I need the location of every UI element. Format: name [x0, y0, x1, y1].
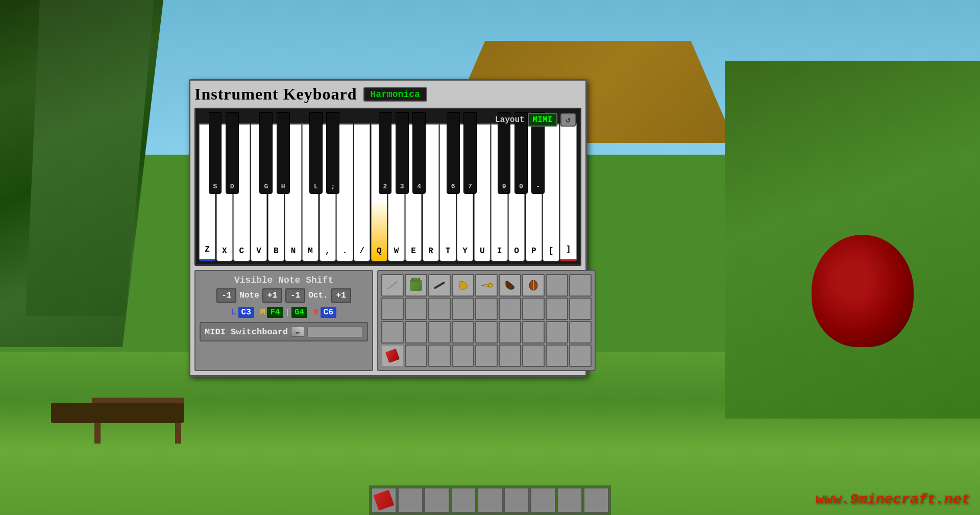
range-r-value: C6: [321, 307, 336, 318]
layout-refresh-button[interactable]: ↺: [560, 113, 576, 127]
piano-area: Layout MIMI ↺ Z X C V B N M , . / Q W E …: [194, 108, 581, 266]
inv-slot-empty-8[interactable]: [546, 274, 568, 297]
piano-key-g[interactable]: G: [259, 112, 273, 194]
inv-slot-h-5[interactable]: [475, 345, 498, 367]
instrument-badge[interactable]: Harmonica: [363, 87, 427, 102]
inv-slot-r2-2[interactable]: [405, 298, 427, 320]
piano-key-s[interactable]: S: [209, 112, 222, 194]
berry-creature: [812, 235, 914, 347]
inv-slot-r3-6[interactable]: [499, 321, 521, 344]
trees-left2: [26, 0, 168, 316]
inventory-row-2: [381, 298, 592, 320]
inv-slot-r3-1[interactable]: [381, 321, 404, 344]
watermark: www.9minecraft.net: [816, 492, 970, 507]
piano-key-4[interactable]: 4: [412, 112, 426, 194]
oct-minus-button[interactable]: -1: [285, 288, 305, 303]
right-inventory: [377, 270, 596, 371]
inv-slot-saxophone[interactable]: [452, 274, 474, 297]
oct-label: Oct.: [308, 291, 328, 300]
inv-slot-r2-4[interactable]: [452, 298, 474, 320]
hotbar-slot-1[interactable]: [371, 487, 397, 513]
inv-slot-hand[interactable]: [405, 274, 427, 297]
screen-hotbar: [369, 485, 611, 515]
hotbar-slot-8[interactable]: [557, 487, 582, 513]
hotbar-slot-6[interactable]: [504, 487, 529, 513]
piano-key-semicolon[interactable]: ;: [326, 112, 339, 194]
midi-label: MIDI Switchboard: [205, 327, 288, 337]
piano-key-bracket-open[interactable]: [: [543, 124, 559, 261]
inv-slot-r3-2[interactable]: [405, 321, 427, 344]
hotbar-slot-3[interactable]: [424, 487, 450, 513]
hotbar-slot-5[interactable]: [477, 487, 503, 513]
hotbar-slot-4[interactable]: [451, 487, 476, 513]
piano-key-slash[interactable]: /: [354, 124, 370, 261]
piano-key-2[interactable]: 2: [379, 112, 392, 194]
inv-slot-r2-5[interactable]: [475, 298, 498, 320]
note-plus-button[interactable]: +1: [262, 288, 282, 303]
left-controls: Visible Note Shift -1 Note +1 -1 Oct. +1…: [194, 270, 373, 371]
piano-keyboard: Z X C V B N M , . / Q W E R T Y U I O P …: [199, 112, 577, 261]
inv-slot-h-7[interactable]: [522, 345, 545, 367]
range-m-label: M: [260, 308, 265, 317]
inv-slot-bow[interactable]: [381, 274, 404, 297]
instrument-keyboard-window: Instrument Keyboard Harmonica Layout MIM…: [189, 79, 587, 377]
range-row: L C3 M F4 | G4 R C6: [200, 307, 368, 318]
inv-slot-h-3[interactable]: [428, 345, 451, 367]
inv-slot-r2-9[interactable]: [569, 298, 592, 320]
inv-slot-violin[interactable]: [522, 274, 545, 297]
inv-slot-wand[interactable]: [428, 274, 451, 297]
oct-plus-button[interactable]: +1: [331, 288, 351, 303]
inv-slot-empty-9[interactable]: [569, 274, 592, 297]
inventory-row-1: [381, 274, 592, 297]
range-m-separator: |: [285, 308, 289, 316]
inv-slot-r3-5[interactable]: [475, 321, 498, 344]
range-m-value1: F4: [267, 307, 283, 318]
inventory-hotbar: [381, 345, 592, 367]
midi-edit-button[interactable]: ✏: [291, 327, 304, 337]
note-minus-button[interactable]: -1: [216, 288, 236, 303]
inv-slot-r3-9[interactable]: [569, 321, 592, 344]
svg-rect-2: [434, 281, 446, 289]
range-r-label: R: [313, 308, 318, 317]
range-m-value2: G4: [291, 307, 307, 318]
note-shift-title: Visible Note Shift: [200, 275, 368, 285]
piano-key-h[interactable]: H: [277, 112, 290, 194]
inv-slot-r2-6[interactable]: [499, 298, 521, 320]
layout-label: Layout: [495, 115, 525, 125]
inv-slot-trumpet[interactable]: [475, 274, 498, 297]
inv-slot-h-6[interactable]: [499, 345, 521, 367]
piano-key-3[interactable]: 3: [396, 112, 409, 194]
svg-point-3: [488, 283, 493, 287]
bench-seat: [51, 403, 184, 423]
hotbar-slot-9[interactable]: [583, 487, 609, 513]
midi-slot: [307, 326, 363, 337]
inv-slot-r3-3[interactable]: [428, 321, 451, 344]
inv-slot-h-2[interactable]: [405, 345, 427, 367]
title-bar: Instrument Keyboard Harmonica: [194, 85, 581, 104]
piano-key-bracket-close[interactable]: ]: [560, 124, 577, 261]
inv-slot-r2-3[interactable]: [428, 298, 451, 320]
hotbar-slot-7[interactable]: [530, 487, 556, 513]
inv-slot-h-4[interactable]: [452, 345, 474, 367]
inv-slot-redstone[interactable]: [381, 345, 404, 367]
piano-key-l[interactable]: L: [309, 112, 323, 194]
inv-slot-r3-4[interactable]: [452, 321, 474, 344]
range-l-label: L: [231, 308, 236, 317]
layout-value[interactable]: MIMI: [528, 113, 557, 127]
inv-slot-r2-7[interactable]: [522, 298, 545, 320]
inv-slot-guitar[interactable]: [499, 274, 521, 297]
inv-slot-r3-8[interactable]: [546, 321, 568, 344]
inv-slot-r3-7[interactable]: [522, 321, 545, 344]
window-title: Instrument Keyboard: [194, 85, 357, 104]
inventory-row-3: [381, 321, 592, 344]
inv-slot-r2-1[interactable]: [381, 298, 404, 320]
piano-key-7[interactable]: 7: [463, 112, 477, 194]
inv-slot-h-9[interactable]: [569, 345, 592, 367]
inv-slot-r2-8[interactable]: [546, 298, 568, 320]
note-label: Note: [239, 291, 259, 300]
piano-key-6[interactable]: 6: [447, 112, 460, 194]
inv-slot-h-8[interactable]: [546, 345, 568, 367]
hotbar-slot-2[interactable]: [398, 487, 423, 513]
midi-row: MIDI Switchboard ✏: [200, 322, 368, 341]
piano-key-d[interactable]: D: [226, 112, 239, 194]
